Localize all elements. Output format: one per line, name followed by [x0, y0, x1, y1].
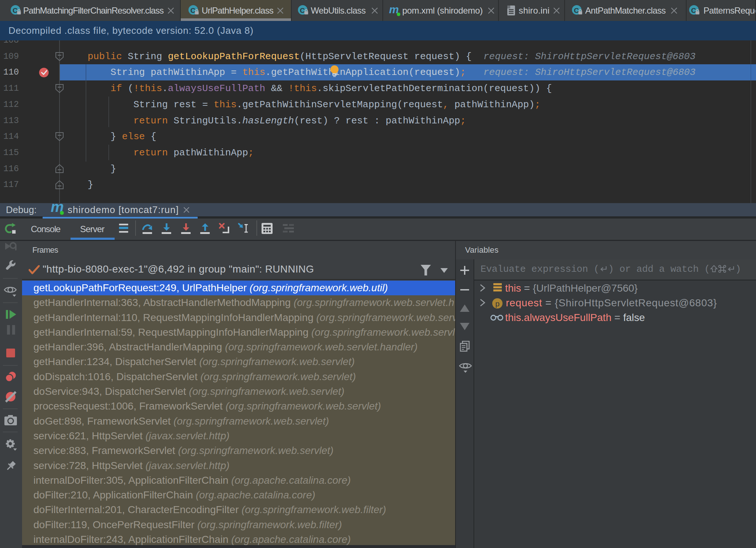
svg-text:C: C — [574, 7, 579, 14]
svg-text:C: C — [300, 7, 305, 14]
svg-text:p: p — [495, 299, 500, 308]
svg-text:C: C — [12, 7, 18, 14]
svg-text:C: C — [691, 7, 696, 14]
svg-text:C: C — [190, 7, 195, 14]
